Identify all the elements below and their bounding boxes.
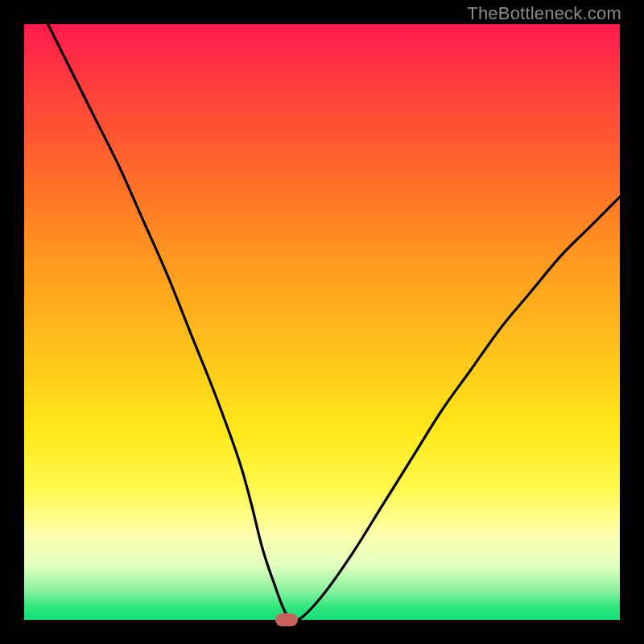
chart-frame: TheBottleneck.com (0, 0, 644, 644)
plot-area (24, 24, 620, 620)
watermark-text: TheBottleneck.com (467, 3, 621, 24)
optimal-point-marker (275, 613, 298, 626)
curve-svg (24, 24, 620, 620)
bottleneck-curve (48, 24, 620, 620)
